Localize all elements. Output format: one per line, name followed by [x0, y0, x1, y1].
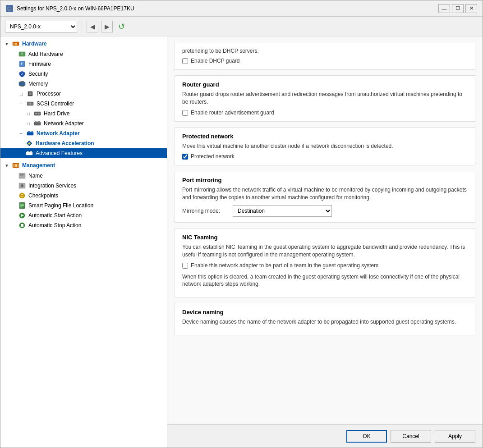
network-adapter-active-label: Network Adapter: [37, 130, 80, 137]
sidebar-item-memory[interactable]: Memory: [0, 79, 167, 89]
sidebar-item-network-adapter-collapsed[interactable]: □ Network Adapter: [0, 119, 167, 128]
mirroring-mode-select[interactable]: None Source Destination: [233, 205, 332, 217]
nic-teaming-note: When this option is cleared, a team crea…: [182, 273, 468, 288]
svg-rect-5: [15, 43, 16, 45]
device-naming-desc: Device naming causes the name of the net…: [182, 318, 468, 326]
refresh-icon: ↺: [118, 22, 125, 32]
management-expand-icon: ▼: [4, 163, 9, 168]
svg-rect-12: [19, 82, 25, 86]
dhcp-guard-row: Enable DHCP guard: [182, 58, 468, 64]
svg-rect-36: [31, 131, 32, 133]
sidebar-item-firmware[interactable]: F Firmware: [0, 59, 167, 69]
restore-button[interactable]: ☐: [452, 4, 464, 13]
router-guard-checkbox-label: Enable router advertisement guard: [191, 110, 274, 116]
svg-rect-14: [21, 81, 22, 82]
nic-teaming-section: NIC Teaming You can establish NIC Teamin…: [175, 228, 475, 297]
port-mirroring-title: Port mirroring: [182, 177, 468, 183]
auto-stop-label: Automatic Stop Action: [28, 222, 81, 229]
sidebar-section-hardware[interactable]: ▼ Hardware: [0, 38, 167, 49]
sidebar-item-smart-paging[interactable]: Smart Paging File Location: [0, 201, 167, 210]
port-mirroring-desc: Port mirroring allows the network traffi…: [182, 186, 468, 201]
nic-teaming-checkbox[interactable]: [182, 263, 188, 269]
sidebar-item-scsi[interactable]: − SCSI Controller: [0, 99, 167, 109]
apply-button[interactable]: Apply: [435, 430, 475, 443]
advanced-features-label: Advanced Features: [36, 150, 83, 156]
back-button[interactable]: ◀: [87, 21, 98, 32]
hdd-expand-icon: □: [26, 111, 31, 116]
sidebar-item-add-hardware[interactable]: + Add Hardware: [0, 49, 167, 59]
nic-active-expand-icon: −: [18, 131, 24, 136]
auto-start-label: Automatic Start Action: [28, 212, 82, 219]
footer: OK Cancel Apply: [167, 424, 483, 448]
svg-rect-6: [16, 43, 17, 45]
processor-label: Processor: [37, 91, 61, 97]
protected-network-checkbox-row: Protected network: [182, 153, 468, 160]
svg-rect-48: [16, 164, 17, 167]
window-title: Settings for NPS_2.0.0-x on WIN-66PA1PE1…: [17, 5, 134, 12]
nic-teaming-checkbox-label: Enable this network adapter to be part o…: [191, 262, 378, 269]
svg-rect-22: [29, 92, 32, 95]
settings-window: Settings for NPS_2.0.0-x on WIN-66PA1PE1…: [0, 0, 483, 448]
sidebar-item-security[interactable]: ✓ Security: [0, 69, 167, 79]
protected-network-title: Protected network: [182, 133, 468, 140]
close-button[interactable]: ✕: [465, 4, 477, 13]
svg-point-26: [38, 113, 40, 114]
sidebar-item-network-adapter-active[interactable]: − Network Adapter: [0, 128, 167, 138]
svg-rect-4: [14, 43, 14, 45]
protected-network-checkbox-label: Protected network: [191, 153, 235, 160]
nic-active-icon: [27, 130, 34, 137]
sidebar-item-auto-stop[interactable]: Automatic Stop Action: [0, 220, 167, 230]
router-guard-section: Router guard Router guard drops router a…: [175, 75, 475, 122]
svg-rect-27: [35, 113, 37, 114]
sidebar-item-name[interactable]: Name: [0, 171, 167, 181]
smart-paging-icon: [18, 202, 26, 209]
sidebar-section-management[interactable]: ▼ Management: [0, 160, 167, 171]
svg-rect-60: [20, 206, 23, 207]
firmware-label: Firmware: [28, 61, 51, 67]
dhcp-cutoff-text: pretending to be DHCP servers.: [182, 48, 468, 54]
sidebar-item-hard-drive[interactable]: □ Hard Drive: [0, 109, 167, 119]
scsi-icon: [27, 100, 34, 107]
sidebar-item-auto-start[interactable]: Automatic Start Action: [0, 210, 167, 220]
sidebar-item-integration-services[interactable]: Integration Services: [0, 181, 167, 191]
integration-icon: [18, 182, 26, 189]
checkpoints-label: Checkpoints: [28, 192, 58, 199]
scsi-expand-icon: −: [18, 101, 24, 106]
svg-rect-32: [39, 121, 40, 123]
refresh-button[interactable]: ↺: [115, 21, 127, 32]
content-inner: pretending to be DHCP servers. Enable DH…: [167, 37, 483, 346]
svg-rect-41: [27, 151, 28, 152]
svg-rect-64: [21, 224, 23, 227]
router-guard-desc: Router guard drops router advertisement …: [182, 91, 468, 106]
forward-button[interactable]: ▶: [101, 21, 113, 32]
svg-text:✓: ✓: [21, 72, 24, 76]
sidebar-item-advanced-features[interactable]: Advanced Features: [0, 148, 167, 158]
firmware-icon: F: [18, 60, 26, 68]
cancel-button[interactable]: Cancel: [391, 430, 431, 443]
nic-teaming-desc: You can establish NIC Teaming in the gue…: [182, 243, 468, 259]
svg-rect-59: [20, 205, 24, 206]
svg-rect-2: [8, 7, 11, 10]
dhcp-guard-checkbox[interactable]: [182, 58, 188, 64]
sidebar-item-checkpoints[interactable]: C Checkpoints: [0, 191, 167, 201]
add-hardware-label: Add Hardware: [28, 51, 63, 57]
svg-rect-31: [38, 121, 39, 123]
mirroring-mode-row: Mirroring mode: None Source Destination: [182, 205, 468, 217]
sidebar-item-hardware-acceleration[interactable]: ⚡ Hardware Acceleration: [0, 138, 167, 148]
router-guard-checkbox-row: Enable router advertisement guard: [182, 110, 468, 116]
hardware-acceleration-label: Hardware Acceleration: [36, 140, 94, 146]
minimize-button[interactable]: —: [438, 4, 450, 13]
svg-rect-42: [28, 151, 29, 152]
protected-network-checkbox[interactable]: [182, 154, 188, 160]
sidebar-item-processor[interactable]: □ Processor: [0, 89, 167, 99]
svg-text:⚡: ⚡: [27, 141, 32, 146]
ok-button[interactable]: OK: [346, 430, 387, 443]
vm-select[interactable]: NPS_2.0.0-x: [5, 21, 77, 32]
title-bar: Settings for NPS_2.0.0-x on WIN-66PA1PE1…: [0, 0, 483, 17]
protected-network-section: Protected network Move this virtual mach…: [175, 127, 475, 166]
router-guard-checkbox[interactable]: [182, 110, 188, 116]
main-content: ▼ Hardware + Add Hardware F Firmware ✓: [0, 37, 483, 448]
svg-rect-43: [30, 151, 31, 152]
content-area: pretending to be DHCP servers. Enable DH…: [167, 37, 483, 424]
right-panel: pretending to be DHCP servers. Enable DH…: [167, 37, 483, 448]
